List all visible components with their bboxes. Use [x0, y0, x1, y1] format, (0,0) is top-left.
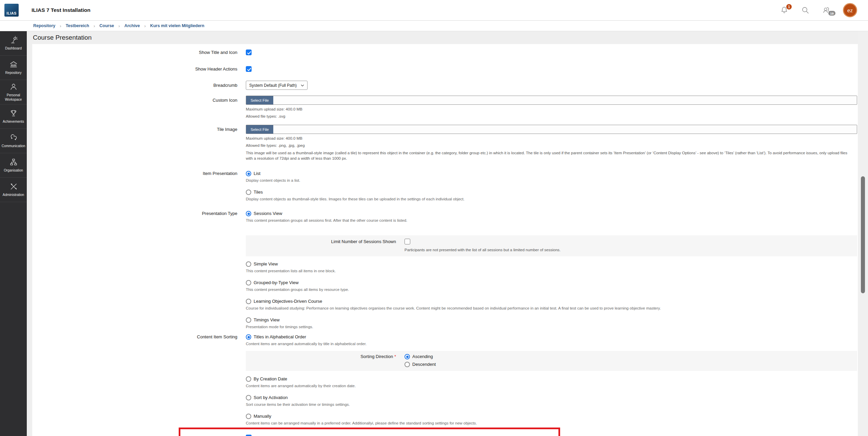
- sidebar-item-repository[interactable]: Repository: [0, 56, 27, 80]
- form-row-presentation-type: Presentation Type Sessions View This con…: [32, 211, 858, 226]
- limit-sessions-checkbox[interactable]: [405, 239, 410, 244]
- allowed-file-types: Allowed file types: .svg: [246, 114, 857, 119]
- custom-icon-select-file-button[interactable]: Select File: [246, 96, 273, 104]
- option-row: By Creation Date: [246, 376, 857, 382]
- online-count-badge: 19: [828, 11, 835, 16]
- sidebar-item-administration[interactable]: Administration: [0, 178, 27, 202]
- notifications-button[interactable]: 1: [780, 6, 789, 15]
- form-row-custom-icon: Custom Icon Select File Maximum upload s…: [32, 96, 858, 119]
- option-row: Grouped-by-Type View: [246, 280, 857, 286]
- breadcrumb-course[interactable]: Course: [99, 23, 114, 28]
- breadcrumb-current[interactable]: Kurs mit vielen Mitgliedern: [150, 23, 204, 28]
- breadcrumb-repository[interactable]: Repository: [33, 23, 55, 28]
- presentation-type-simple-view-radio[interactable]: [246, 261, 251, 267]
- chevron-down-icon: [301, 84, 304, 86]
- sidebar-item-dashboard[interactable]: Dashboard: [0, 31, 27, 56]
- tile-image-select-file-button[interactable]: Select File: [246, 125, 273, 134]
- tile-image-file-input[interactable]: Select File: [246, 125, 857, 134]
- option-list: Sort by Activation Sort course items be …: [246, 395, 857, 407]
- breadcrumb-archive[interactable]: Archive: [124, 23, 140, 28]
- sorting-direction-ascending-radio[interactable]: [405, 354, 410, 359]
- sidebar-item-organisation[interactable]: Organisation: [0, 153, 27, 178]
- vertical-scrollbar[interactable]: [858, 31, 868, 436]
- option-label: Simple View: [254, 261, 278, 267]
- option-row: Manually: [246, 413, 857, 419]
- field-label: Item Presentation: [32, 171, 246, 177]
- option-byline: This content presentation groups all ses…: [246, 218, 857, 223]
- item-presentation-list-radio[interactable]: [246, 171, 251, 176]
- notification-count-badge: 1: [786, 4, 792, 9]
- field-label: Content Item Sorting: [32, 334, 246, 340]
- sessions-sub-settings-box: Limit Number of Sessions Shown Participa…: [246, 235, 857, 256]
- sidebar-item-achievements[interactable]: Achievements: [0, 104, 27, 129]
- header-actions: 1 19 ez: [780, 0, 857, 20]
- presentation-type-sessions-view-radio[interactable]: [246, 211, 251, 216]
- sidebar-item-personal-workspace[interactable]: Personal Workspace: [0, 80, 27, 104]
- personal-workspace-icon: [9, 82, 18, 91]
- sidebar-label: Dashboard: [5, 46, 22, 51]
- chevron-right-icon: ›: [144, 23, 146, 28]
- main-sidebar: Dashboard Repository Personal Workspace …: [0, 31, 27, 436]
- breadcrumb-testbereich[interactable]: Testbereich: [66, 23, 89, 28]
- form-row-item-presentation: Item Presentation List Display content o…: [32, 171, 858, 202]
- option-label: Timings View: [254, 317, 280, 323]
- option-byline: This content presentation groups all ite…: [246, 287, 857, 292]
- option-row: Titles in Alphabetical Order: [246, 334, 857, 340]
- tutorial-support-block-checkbox[interactable]: [246, 435, 252, 436]
- option-label: Sort by Activation: [254, 395, 288, 401]
- sorting-by-activation-radio[interactable]: [246, 395, 251, 400]
- sidebar-label: Achievements: [3, 120, 24, 124]
- ilias-app: ILIAS ILIAS 7 Test Installation 1: [0, 0, 868, 436]
- option-byline: Course for individualised studying: Perf…: [246, 306, 857, 311]
- communication-icon: [9, 133, 18, 142]
- ilias-logo-text: ILIAS: [6, 11, 16, 15]
- option-row: Tiles: [246, 189, 857, 195]
- option-label: Ascending: [412, 354, 433, 360]
- breadcrumb-select[interactable]: System Default (Full Path): [246, 81, 308, 90]
- sorting-direction-descendent-radio[interactable]: [405, 362, 410, 367]
- presentation-type-learning-objectives-radio[interactable]: [246, 299, 251, 304]
- sidebar-label: Administration: [3, 193, 24, 197]
- sorting-by-creation-date-radio[interactable]: [246, 376, 251, 382]
- sorting-alphabetical-radio[interactable]: [246, 334, 251, 340]
- option-list: By Creation Date Content items are arran…: [246, 376, 857, 389]
- option-byline: This content presentation lists all item…: [246, 269, 857, 274]
- form-row-presentation-type-options: Simple View This content presentation li…: [32, 261, 858, 330]
- field-label: Show Header Actions: [32, 66, 246, 72]
- option-byline: Participants are not presented with the …: [405, 247, 857, 253]
- option-label: Grouped-by-Type View: [254, 280, 299, 286]
- presentation-type-grouped-by-type-radio[interactable]: [246, 280, 251, 285]
- content-area: Course Presentation Show Title and Icon …: [27, 31, 868, 436]
- show-header-actions-checkbox[interactable]: [246, 66, 252, 72]
- option-label: Manually: [254, 413, 271, 419]
- option-list: Learning Objectives-Driven Course Course…: [246, 298, 857, 311]
- ilias-logo[interactable]: ILIAS: [4, 4, 19, 17]
- presentation-type-timings-view-radio[interactable]: [246, 317, 251, 323]
- option-label: Tiles: [254, 189, 263, 195]
- field-label: Tile Image: [32, 125, 246, 134]
- option-list: Titles in Alphabetical Order Content ite…: [246, 334, 857, 346]
- scrollbar-thumb[interactable]: [861, 176, 865, 293]
- sidebar-item-communication[interactable]: Communication: [0, 129, 27, 153]
- option-list: Manually Content items can be arranged m…: [246, 413, 857, 426]
- settings-form: Show Title and Icon Show Header Actions …: [32, 44, 858, 436]
- option-list: Tiles Display content objects as thumbna…: [246, 189, 857, 202]
- show-title-and-icon-checkbox[interactable]: [246, 49, 252, 55]
- user-avatar[interactable]: ez: [843, 3, 857, 17]
- item-presentation-tiles-radio[interactable]: [246, 190, 251, 195]
- option-list: List Display content objects in a list.: [246, 171, 857, 183]
- page-title-bar: Course Presentation: [27, 31, 868, 44]
- option-byline: Sort course items be their activation ti…: [246, 402, 857, 407]
- chevron-right-icon: ›: [118, 23, 120, 28]
- option-list: Timings View Presentation mode for timin…: [246, 317, 857, 330]
- sorting-manually-radio[interactable]: [246, 414, 251, 419]
- field-label: Limit Number of Sessions Shown: [246, 239, 405, 244]
- custom-icon-file-input[interactable]: Select File: [246, 96, 857, 105]
- form-row-sorting-options: By Creation Date Content items are arran…: [32, 376, 858, 426]
- option-byline: Display content objects as thumbnail-sty…: [246, 197, 857, 202]
- option-label: By Creation Date: [254, 376, 287, 382]
- achievements-icon: [9, 109, 18, 118]
- search-button[interactable]: [801, 6, 810, 15]
- who-is-online-button[interactable]: 19: [822, 6, 831, 15]
- sidebar-label: Organisation: [4, 169, 23, 173]
